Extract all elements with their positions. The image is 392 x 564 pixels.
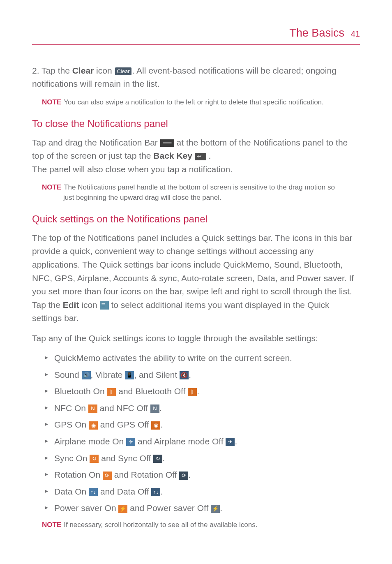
- header-title: The Basics: [289, 27, 344, 39]
- rotation-off-icon: ⟳: [179, 472, 188, 480]
- clear-label: Clear: [72, 66, 94, 75]
- step-text-prefix: 2. Tap the: [32, 66, 72, 75]
- period: .: [189, 370, 191, 379]
- note-text-a: The Notifications panel handle at the bo…: [64, 183, 335, 191]
- bt-text-a: Bluetooth On: [54, 386, 107, 396]
- section-close-title: To close the Notifications panel: [32, 116, 360, 131]
- period: .: [235, 437, 237, 446]
- nfc-text-b: and NFC Off: [97, 403, 150, 413]
- gps-text-a: GPS On: [54, 420, 89, 429]
- sound-text-b: , Vibrate: [91, 370, 125, 379]
- list-item-sync: Sync On ↻ and Sync Off ↻.: [54, 452, 360, 465]
- sync-off-icon: ↻: [153, 455, 162, 463]
- section-quick-title: Quick settings on the Notifications pane…: [32, 211, 360, 227]
- nfc-text-a: NFC On: [54, 403, 88, 413]
- note-3: NOTEIf necessary, scroll horizontally to…: [42, 520, 360, 530]
- edit-icon: [100, 301, 109, 310]
- airplane-on-icon: ✈: [126, 438, 135, 446]
- note-1: NOTEYou can also swipe a notification to…: [42, 97, 360, 108]
- rot-text-b: and Rotation Off: [112, 470, 179, 479]
- data-off-icon: ↑↓: [151, 488, 160, 496]
- note-label: NOTE: [42, 521, 61, 529]
- period: .: [162, 453, 165, 463]
- bt-text-b: and Bluetooth Off: [116, 386, 188, 396]
- powersaver-off-icon: ⚡: [211, 505, 220, 513]
- close-text-c: .: [206, 151, 211, 160]
- data-on-icon: ↑↓: [89, 488, 98, 496]
- back-key-label: Back Key: [153, 151, 192, 160]
- airplane-off-icon: ✈: [226, 438, 235, 446]
- sound-text-a: Sound: [54, 370, 82, 379]
- quickmemo-text: QuickMemo activates the ability to write…: [54, 353, 292, 363]
- quick-p1-b: icon: [79, 300, 99, 310]
- note-text: If necessary, scroll horizontally to see…: [64, 521, 257, 529]
- ps-text-b: and Power saver Off: [127, 503, 211, 513]
- gps-text-b: and GPS Off: [98, 420, 151, 429]
- period: .: [160, 420, 163, 429]
- step-2: 2. Tap the Clear icon Clear. All event-b…: [32, 64, 360, 91]
- list-item-data: Data On ↑↓ and Data Off ↑↓.: [54, 485, 360, 499]
- list-item-rotation: Rotation On ⟳ and Rotation Off ⟳.: [54, 468, 360, 482]
- note-text-b: just beginning the upward drag will clos…: [63, 193, 360, 203]
- bluetooth-off-icon: ᛒ: [188, 388, 197, 396]
- nfc-off-icon: N: [150, 405, 159, 413]
- rot-text-a: Rotation On: [54, 470, 103, 479]
- notification-bar-icon: [160, 139, 174, 147]
- sound-text-c: , and Silent: [134, 370, 180, 379]
- nfc-on-icon: N: [88, 405, 97, 413]
- air-text-b: and Airplane mode Off: [135, 437, 226, 446]
- close-text-a: Tap and drag the Notification Bar: [32, 138, 160, 147]
- gps-on-icon: ◉: [89, 421, 98, 430]
- close-text-p2: The panel will also close when you tap a…: [32, 164, 233, 174]
- air-text-a: Airplane mode On: [54, 437, 126, 446]
- quick-p1-a: The top of the Notifications panel inclu…: [32, 233, 354, 310]
- page-header: The Basics 41: [32, 25, 360, 45]
- list-item-powersaver: Power saver On ⚡ and Power saver Off ⚡.: [54, 502, 360, 515]
- close-panel-paragraph: Tap and drag the Notification Bar at the…: [32, 136, 360, 176]
- list-item-sound: Sound 🔊, Vibrate 📱, and Silent 🔇.: [54, 368, 360, 382]
- period: .: [160, 487, 163, 496]
- quick-settings-list: QuickMemo activates the ability to write…: [32, 351, 360, 515]
- clear-icon: Clear: [115, 67, 131, 75]
- step-text-mid: icon: [94, 66, 114, 75]
- data-text-a: Data On: [54, 487, 89, 496]
- back-key-icon: [195, 153, 206, 160]
- period: .: [188, 470, 191, 479]
- silent-icon: 🔇: [180, 371, 189, 379]
- data-text-b: and Data Off: [98, 487, 151, 496]
- gps-off-icon: ◉: [151, 421, 160, 430]
- list-item-quickmemo: QuickMemo activates the ability to write…: [54, 351, 360, 365]
- period: .: [220, 503, 222, 513]
- powersaver-on-icon: ⚡: [118, 505, 127, 513]
- sync-text-b: and Sync Off: [99, 453, 153, 463]
- sync-on-icon: ↻: [90, 455, 99, 463]
- period: .: [197, 386, 199, 396]
- list-item-airplane: Airplane mode On ✈ and Airplane mode Off…: [54, 435, 360, 448]
- edit-label: Edit: [63, 300, 79, 310]
- sound-on-icon: 🔊: [82, 371, 91, 379]
- note-label: NOTE: [42, 98, 61, 106]
- list-item-nfc: NFC On N and NFC Off N.: [54, 402, 360, 415]
- period: .: [159, 403, 162, 413]
- page-number: 41: [351, 29, 360, 38]
- note-label: NOTE: [42, 183, 61, 191]
- sync-text-a: Sync On: [54, 453, 90, 463]
- bluetooth-on-icon: ᛒ: [107, 388, 116, 396]
- quick-settings-paragraph: The top of the Notifications panel inclu…: [32, 231, 360, 325]
- ps-text-a: Power saver On: [54, 503, 118, 513]
- list-item-gps: GPS On ◉ and GPS Off ◉.: [54, 418, 360, 432]
- rotation-on-icon: ⟳: [103, 472, 112, 480]
- note-text: You can also swipe a notification to the…: [64, 98, 324, 106]
- note-2: NOTEThe Notifications panel handle at th…: [42, 183, 360, 203]
- quick-settings-p2: Tap any of the Quick settings icons to t…: [32, 332, 360, 345]
- list-item-bluetooth: Bluetooth On ᛒ and Bluetooth Off ᛒ.: [54, 385, 360, 398]
- vibrate-icon: 📱: [125, 371, 134, 379]
